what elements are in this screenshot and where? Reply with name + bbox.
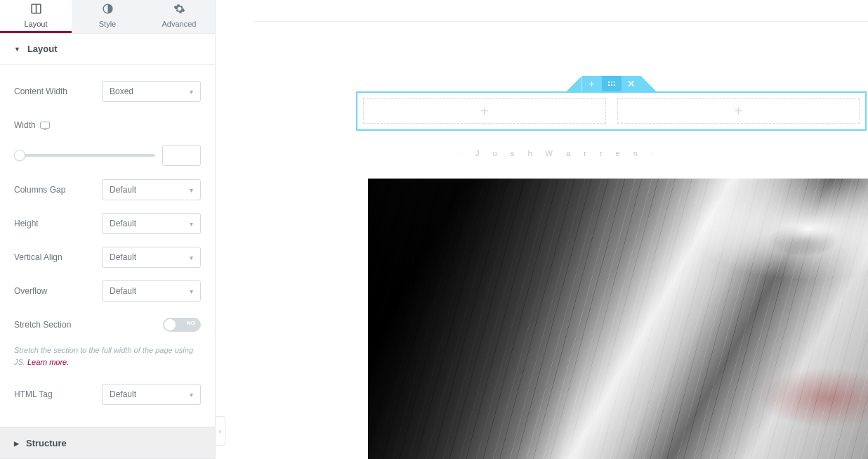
height-select[interactable]: Default ▾ bbox=[102, 213, 201, 234]
hero-image[interactable] bbox=[368, 179, 868, 459]
drag-section-handle[interactable] bbox=[602, 76, 622, 91]
plus-icon: + bbox=[480, 103, 489, 119]
height-value: Default bbox=[110, 219, 136, 228]
stretch-toggle-text: NO bbox=[187, 320, 195, 326]
overflow-value: Default bbox=[110, 286, 136, 296]
accordion-structure-title: Structure bbox=[26, 438, 67, 448]
chevron-down-icon: ▾ bbox=[190, 186, 193, 194]
divider bbox=[254, 21, 868, 22]
chevron-down-icon: ▾ bbox=[190, 220, 193, 228]
overflow-label: Overflow bbox=[14, 286, 102, 296]
accordion-layout-title: Layout bbox=[27, 44, 58, 54]
add-section-button[interactable]: + bbox=[582, 76, 602, 91]
height-label: Height bbox=[14, 219, 102, 228]
content-width-value: Boxed bbox=[110, 86, 133, 96]
columns-gap-value: Default bbox=[110, 185, 136, 195]
vertical-align-value: Default bbox=[110, 252, 136, 262]
editor-canvas: + ✕ + + · J o s bbox=[216, 0, 868, 459]
empty-column-2[interactable]: + bbox=[617, 98, 860, 124]
learn-more-link[interactable]: Learn more. bbox=[27, 358, 69, 366]
plus-icon: + bbox=[588, 78, 594, 89]
accordion-structure-header[interactable]: ▶ Structure bbox=[0, 427, 215, 459]
toggle-knob bbox=[164, 319, 176, 330]
contrast-icon bbox=[102, 3, 114, 17]
empty-column-1[interactable]: + bbox=[363, 98, 606, 124]
caret-right-icon: ▶ bbox=[14, 440, 19, 447]
columns-icon bbox=[30, 3, 42, 17]
width-slider[interactable] bbox=[14, 154, 155, 157]
selected-section[interactable]: + ✕ + + bbox=[356, 91, 867, 131]
desktop-icon[interactable] bbox=[40, 122, 50, 129]
editor-sidebar: Layout Style Advanced ▼ Layout Content W… bbox=[0, 0, 216, 459]
vertical-align-label: Vertical Align bbox=[14, 252, 102, 262]
caret-down-icon: ▼ bbox=[14, 46, 20, 53]
chevron-down-icon: ▾ bbox=[190, 287, 193, 295]
page-caption: · J o s h W a r r e n · bbox=[251, 149, 868, 157]
html-tag-label: HTML Tag bbox=[14, 389, 102, 399]
tab-advanced-label: Advanced bbox=[162, 20, 197, 28]
html-tag-select[interactable]: Default ▾ bbox=[102, 384, 201, 405]
delete-section-button[interactable]: ✕ bbox=[622, 76, 641, 91]
width-number-input[interactable] bbox=[162, 145, 201, 166]
accordion-layout-header[interactable]: ▼ Layout bbox=[0, 34, 215, 64]
columns-gap-select[interactable]: Default ▾ bbox=[102, 179, 201, 200]
tab-advanced[interactable]: Advanced bbox=[143, 0, 215, 33]
content-width-label: Content Width bbox=[14, 86, 102, 96]
overflow-select[interactable]: Default ▾ bbox=[102, 280, 201, 302]
vertical-align-select[interactable]: Default ▾ bbox=[102, 247, 201, 268]
section-handle: + ✕ bbox=[567, 76, 657, 91]
columns-gap-label: Columns Gap bbox=[14, 185, 102, 195]
content-width-select[interactable]: Boxed ▾ bbox=[102, 81, 201, 102]
tab-layout[interactable]: Layout bbox=[0, 0, 72, 33]
tabs: Layout Style Advanced bbox=[0, 0, 215, 34]
tab-style-label: Style bbox=[99, 20, 116, 28]
html-tag-value: Default bbox=[110, 389, 136, 399]
stretch-section-hint: Stretch the section to the full width of… bbox=[14, 344, 201, 368]
grip-icon bbox=[608, 82, 615, 86]
chevron-down-icon: ▾ bbox=[190, 254, 193, 261]
stretch-section-toggle[interactable]: NO bbox=[163, 318, 201, 332]
close-icon: ✕ bbox=[627, 78, 636, 89]
section-columns: + + bbox=[356, 91, 867, 131]
layout-panel: Content Width Boxed ▾ Width bbox=[0, 64, 215, 427]
chevron-down-icon: ▾ bbox=[190, 88, 193, 96]
chevron-down-icon: ▾ bbox=[190, 391, 193, 399]
width-slider-handle[interactable] bbox=[14, 150, 25, 161]
tab-style[interactable]: Style bbox=[72, 0, 143, 33]
gear-icon bbox=[173, 3, 185, 17]
tab-layout-label: Layout bbox=[24, 20, 47, 28]
width-label: Width bbox=[14, 120, 102, 130]
plus-icon: + bbox=[734, 103, 742, 119]
stretch-section-label: Stretch Section bbox=[14, 320, 163, 330]
